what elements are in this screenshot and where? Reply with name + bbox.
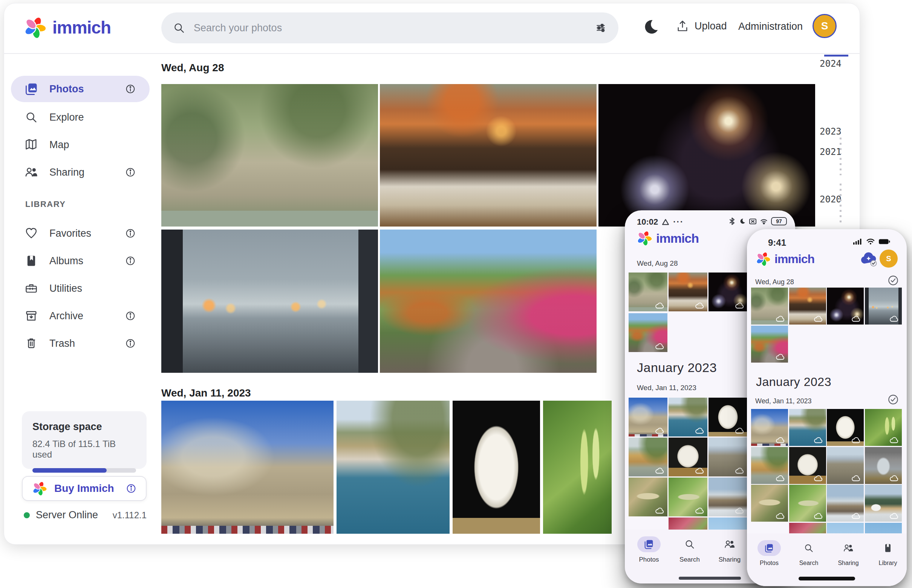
info-icon[interactable]: [125, 228, 136, 239]
photo-autumn-path[interactable]: [380, 229, 597, 373]
cloud-sync-icon[interactable]: [860, 250, 879, 267]
nav-photos[interactable]: Photos: [749, 540, 789, 567]
info-icon[interactable]: [125, 255, 136, 267]
photo-sky-with-plane[interactable]: [827, 523, 864, 534]
user-avatar[interactable]: S: [812, 14, 837, 38]
photo-lizard-on-moss[interactable]: [629, 478, 667, 516]
photo-cliff-beach[interactable]: [629, 438, 667, 477]
nav-sharing[interactable]: Sharing: [828, 540, 868, 567]
photo-fireworks-night[interactable]: [709, 273, 747, 311]
sidebar-item-favorites[interactable]: Favorites: [11, 221, 150, 246]
photo-monkeys-at-zoo[interactable]: [751, 288, 788, 325]
sidebar-item-albums[interactable]: Albums: [11, 249, 150, 273]
photo-castle-ruins[interactable]: [709, 438, 747, 477]
app-logo[interactable]: immich: [23, 15, 111, 40]
photo-autumn-dinner-table[interactable]: [789, 288, 826, 325]
photo-blue-sky[interactable]: [865, 523, 902, 534]
nav-search[interactable]: Search: [788, 540, 829, 567]
photo-marble-bust[interactable]: [453, 401, 540, 534]
filter-sliders-icon[interactable]: [594, 21, 607, 34]
photo-fortress-walls[interactable]: [751, 409, 788, 446]
photo-sky-with-plane[interactable]: [709, 517, 747, 530]
empty-tile: [751, 523, 788, 534]
nav-sharing[interactable]: Sharing: [709, 536, 750, 564]
sidebar-item-photos[interactable]: Photos: [11, 76, 150, 102]
buy-immich-button[interactable]: Buy Immich: [22, 476, 147, 501]
photo-winter-church-town[interactable]: [827, 485, 864, 522]
photo-coastal-town-sea[interactable]: [668, 397, 707, 436]
date-header-aug: Wed, Aug 28: [161, 62, 224, 74]
info-icon[interactable]: [126, 483, 137, 494]
photo-grid-aug: [751, 288, 902, 363]
select-check-icon[interactable]: [888, 394, 898, 405]
info-icon[interactable]: [125, 310, 136, 321]
timeline-year-2020[interactable]: 2020: [820, 194, 841, 205]
sidebar-item-archive[interactable]: Archive: [11, 304, 150, 328]
photo-silver-ornament[interactable]: [865, 447, 902, 484]
photo-fireworks[interactable]: [599, 84, 815, 226]
home-indicator[interactable]: [679, 577, 741, 580]
photo-couple-holding-hands[interactable]: [865, 288, 902, 325]
photo-autumn-dinner-table[interactable]: [668, 273, 707, 311]
dark-mode-moon-icon[interactable]: [640, 18, 660, 37]
photo-winter-church-town[interactable]: [709, 478, 747, 516]
sidebar-item-explore[interactable]: Explore: [11, 105, 150, 129]
nav-photos[interactable]: Photos: [629, 536, 669, 564]
home-indicator[interactable]: [799, 577, 855, 580]
timeline-year-2024[interactable]: 2024: [820, 58, 841, 69]
photo-lizard-closeup[interactable]: [789, 485, 826, 522]
photo-marble-bust[interactable]: [709, 397, 747, 436]
photo-coastal-town-sea[interactable]: [789, 409, 826, 446]
photo-monkeys-at-zoo[interactable]: [629, 273, 667, 311]
info-icon[interactable]: [125, 166, 136, 178]
photo-marble-bust[interactable]: [827, 409, 864, 446]
timeline-dots: [839, 137, 841, 154]
cloud-backup-icon: [695, 302, 705, 309]
timeline-year-2023[interactable]: 2023: [820, 126, 841, 137]
photo-autumn-garden-path[interactable]: [751, 326, 788, 363]
info-icon[interactable]: [125, 338, 136, 349]
sidebar-item-utilities[interactable]: Utilities: [11, 276, 150, 300]
photo-sea-grape-berries[interactable]: [865, 409, 902, 446]
photo-monkeys[interactable]: [161, 84, 378, 226]
photo-holding-hands[interactable]: [161, 229, 378, 373]
nav-library[interactable]: Library: [868, 540, 907, 567]
silent-box-icon: [749, 218, 757, 225]
cloud-backup-icon: [889, 315, 899, 322]
photo-fireworks-night[interactable]: [827, 288, 864, 325]
photo-marble-sculpture[interactable]: [668, 438, 707, 477]
photo-red-flowers[interactable]: [789, 523, 826, 534]
sidebar-item-label: Trash: [49, 338, 75, 349]
photo-marble-sculpture[interactable]: [789, 447, 826, 484]
select-check-icon[interactable]: [888, 275, 898, 286]
photo-fortress[interactable]: [161, 401, 334, 534]
user-avatar[interactable]: S: [880, 250, 897, 268]
photo-lizard-closeup[interactable]: [668, 478, 707, 516]
sidebar-item-sharing[interactable]: Sharing: [11, 160, 150, 184]
photo-castle-ruins[interactable]: [827, 447, 864, 484]
photo-fortress-walls[interactable]: [629, 397, 667, 436]
status-time: 9:41: [768, 237, 786, 248]
avatar-letter: S: [886, 254, 891, 263]
search-bar[interactable]: [161, 13, 618, 44]
photo-coastal-town[interactable]: [337, 401, 450, 534]
photo-autumn-garden-path[interactable]: [629, 313, 667, 352]
administration-link[interactable]: Administration: [738, 21, 803, 32]
photo-dinner[interactable]: [380, 84, 597, 226]
sidebar-item-trash[interactable]: Trash: [11, 331, 150, 355]
library-heading: LIBRARY: [25, 199, 66, 209]
photo-red-flowers[interactable]: [668, 517, 707, 530]
search-input[interactable]: [194, 22, 586, 34]
sidebar-item-map[interactable]: Map: [11, 132, 150, 157]
cloud-backup-icon: [851, 475, 861, 482]
timeline-year-2021[interactable]: 2021: [820, 147, 841, 157]
upload-button[interactable]: Upload: [676, 19, 727, 33]
photo-lizard-on-moss[interactable]: [751, 485, 788, 522]
sidebar-item-label: Favorites: [49, 228, 91, 239]
photo-winter-village[interactable]: [865, 485, 902, 522]
nav-search[interactable]: Search: [669, 536, 710, 564]
photo-sea-grapes[interactable]: [543, 401, 612, 534]
info-icon[interactable]: [125, 83, 136, 95]
photo-cliff-beach[interactable]: [751, 447, 788, 484]
timeline-active-segment[interactable]: [824, 55, 848, 57]
